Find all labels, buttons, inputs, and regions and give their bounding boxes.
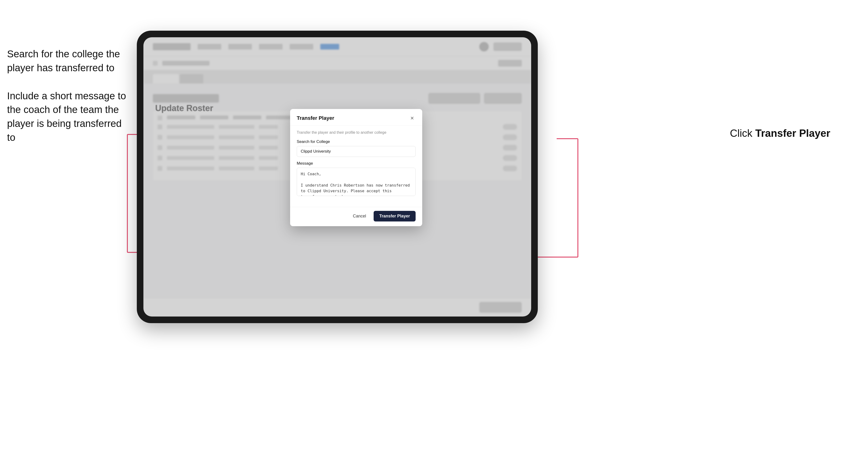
tablet-screen: Update Roster Transfer Player ✕ Transfer… [144, 37, 531, 316]
modal-title: Transfer Player [297, 115, 334, 121]
modal-body: Transfer the player and their profile to… [290, 126, 422, 207]
transfer-player-modal: Transfer Player ✕ Transfer the player an… [290, 109, 422, 226]
modal-close-button[interactable]: ✕ [408, 115, 415, 122]
modal-footer: Cancel Transfer Player [290, 207, 422, 226]
modal-header: Transfer Player ✕ [290, 109, 422, 126]
close-icon: ✕ [410, 115, 414, 121]
annotation-search-text: Search for the college the player has tr… [7, 47, 130, 75]
annotation-left-panel: Search for the college the player has tr… [7, 47, 130, 159]
college-input[interactable] [297, 146, 415, 157]
annotation-message-text: Include a short message to the coach of … [7, 89, 130, 145]
transfer-player-button[interactable]: Transfer Player [374, 211, 415, 221]
college-field-group: Search for College [297, 139, 415, 157]
message-label: Message [297, 161, 415, 166]
annotation-right-panel: Click Transfer Player [730, 127, 830, 139]
modal-overlay: Transfer Player ✕ Transfer the player an… [144, 37, 531, 316]
cancel-button[interactable]: Cancel [349, 211, 370, 221]
annotation-click-prefix: Click [730, 127, 755, 139]
message-textarea[interactable]: Hi Coach, I understand Chris Robertson h… [297, 168, 415, 196]
college-label: Search for College [297, 139, 415, 144]
annotation-click-label: Transfer Player [755, 127, 830, 139]
tablet-frame: Update Roster Transfer Player ✕ Transfer… [137, 31, 538, 323]
modal-subtitle: Transfer the player and their profile to… [297, 130, 415, 135]
message-field-group: Message Hi Coach, I understand Chris Rob… [297, 161, 415, 197]
